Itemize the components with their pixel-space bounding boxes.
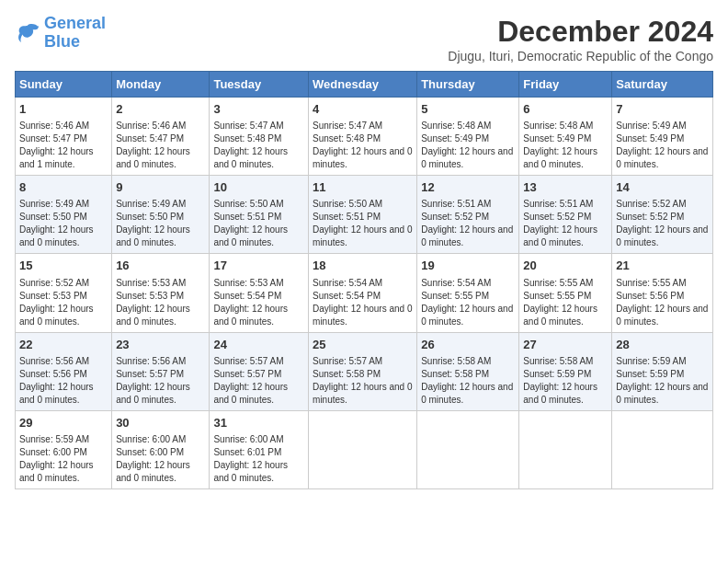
- calendar-cell: 27Sunrise: 5:58 AMSunset: 5:59 PMDayligh…: [519, 332, 612, 410]
- sunrise-text: Sunrise: 5:49 AM: [616, 121, 686, 131]
- sunset-text: Sunset: 5:54 PM: [213, 291, 281, 301]
- sunrise-text: Sunrise: 6:00 AM: [116, 434, 186, 444]
- daylight-label: Daylight:: [19, 146, 58, 156]
- day-number: 14: [616, 179, 709, 196]
- sunset-text: Sunset: 5:58 PM: [313, 369, 381, 379]
- title-section: December 2024 Djugu, Ituri, Democratic R…: [448, 15, 713, 63]
- daylight-label: Daylight:: [213, 146, 252, 156]
- calendar-cell: 15Sunrise: 5:52 AMSunset: 5:53 PMDayligh…: [16, 254, 112, 332]
- calendar-cell: 26Sunrise: 5:58 AMSunset: 5:58 PMDayligh…: [417, 332, 519, 410]
- sunrise-text: Sunrise: 5:51 AM: [421, 199, 491, 209]
- calendar-cell: 10Sunrise: 5:50 AMSunset: 5:51 PMDayligh…: [210, 176, 309, 254]
- logo-line1: General: [44, 14, 106, 32]
- sunset-text: Sunset: 5:47 PM: [116, 133, 184, 144]
- calendar-cell: 1Sunrise: 5:46 AMSunset: 5:47 PMDaylight…: [16, 98, 112, 176]
- day-number: 10: [213, 179, 304, 196]
- sunset-text: Sunset: 5:53 PM: [19, 291, 87, 301]
- sunset-text: Sunset: 5:55 PM: [421, 291, 489, 301]
- header-monday: Monday: [112, 72, 210, 98]
- calendar-cell: 25Sunrise: 5:57 AMSunset: 5:58 PMDayligh…: [309, 332, 417, 410]
- sunrise-text: Sunrise: 5:57 AM: [313, 356, 382, 366]
- sunrise-text: Sunrise: 5:46 AM: [19, 121, 89, 131]
- sunrise-text: Sunrise: 5:51 AM: [523, 199, 593, 209]
- day-number: 21: [616, 258, 709, 274]
- calendar-cell: 11Sunrise: 5:50 AMSunset: 5:51 PMDayligh…: [309, 176, 417, 254]
- daylight-label: Daylight:: [19, 382, 58, 392]
- header-wednesday: Wednesday: [309, 72, 417, 98]
- sunrise-text: Sunrise: 5:54 AM: [313, 278, 382, 288]
- day-number: 6: [523, 101, 608, 118]
- sunset-text: Sunset: 5:49 PM: [616, 133, 684, 144]
- sunset-text: Sunset: 5:56 PM: [616, 291, 684, 301]
- sunrise-text: Sunrise: 5:56 AM: [19, 356, 89, 366]
- day-number: 17: [213, 258, 304, 274]
- sunset-text: Sunset: 5:51 PM: [213, 212, 281, 222]
- calendar-cell: 30Sunrise: 6:00 AMSunset: 6:00 PMDayligh…: [112, 410, 210, 488]
- sunrise-text: Sunrise: 5:47 AM: [313, 121, 382, 131]
- daylight-label: Daylight:: [116, 460, 154, 470]
- sunset-text: Sunset: 5:52 PM: [616, 212, 684, 222]
- calendar-cell: 13Sunrise: 5:51 AMSunset: 5:52 PMDayligh…: [519, 176, 612, 254]
- sunset-text: Sunset: 5:48 PM: [213, 133, 281, 144]
- daylight-label: Daylight:: [116, 382, 154, 392]
- calendar-cell: [417, 410, 519, 488]
- calendar-cell: 19Sunrise: 5:54 AMSunset: 5:55 PMDayligh…: [417, 254, 519, 332]
- sunrise-text: Sunrise: 5:54 AM: [421, 278, 491, 288]
- sunset-text: Sunset: 5:49 PM: [421, 133, 489, 144]
- sunrise-text: Sunrise: 5:57 AM: [213, 356, 283, 366]
- sunrise-text: Sunrise: 5:48 AM: [421, 121, 491, 131]
- calendar-cell: 8Sunrise: 5:49 AMSunset: 5:50 PMDaylight…: [16, 176, 112, 254]
- day-number: 3: [213, 101, 304, 118]
- logo-text: General Blue: [44, 15, 106, 52]
- day-number: 7: [616, 101, 709, 118]
- day-number: 26: [421, 337, 515, 353]
- day-number: 22: [19, 337, 108, 353]
- calendar-cell: 28Sunrise: 5:59 AMSunset: 5:59 PMDayligh…: [612, 332, 713, 410]
- day-number: 18: [313, 258, 413, 274]
- header-row: SundayMondayTuesdayWednesdayThursdayFrid…: [16, 72, 713, 98]
- sunset-text: Sunset: 5:58 PM: [421, 369, 489, 379]
- daylight-label: Daylight:: [313, 224, 351, 235]
- sunset-text: Sunset: 5:51 PM: [313, 212, 381, 222]
- daylight-label: Daylight:: [523, 224, 562, 235]
- sunrise-text: Sunrise: 5:50 AM: [313, 199, 382, 209]
- sunrise-text: Sunrise: 5:58 AM: [421, 356, 491, 366]
- header-saturday: Saturday: [612, 72, 713, 98]
- daylight-label: Daylight:: [313, 146, 351, 156]
- calendar-cell: 14Sunrise: 5:52 AMSunset: 5:52 PMDayligh…: [612, 176, 713, 254]
- calendar-cell: [519, 410, 612, 488]
- day-number: 24: [213, 337, 304, 353]
- calendar-cell: 4Sunrise: 5:47 AMSunset: 5:48 PMDaylight…: [309, 98, 417, 176]
- sunset-text: Sunset: 5:50 PM: [19, 212, 87, 222]
- daylight-label: Daylight:: [19, 460, 58, 470]
- day-number: 25: [313, 337, 413, 353]
- day-number: 8: [19, 179, 108, 196]
- sunset-text: Sunset: 5:53 PM: [116, 291, 184, 301]
- week-row-1: 1Sunrise: 5:46 AMSunset: 5:47 PMDaylight…: [16, 98, 713, 176]
- sunrise-text: Sunrise: 5:49 AM: [19, 199, 89, 209]
- daylight-label: Daylight:: [19, 224, 58, 235]
- week-row-3: 15Sunrise: 5:52 AMSunset: 5:53 PMDayligh…: [16, 254, 713, 332]
- day-number: 29: [19, 415, 108, 431]
- day-number: 12: [421, 179, 515, 196]
- calendar-cell: 29Sunrise: 5:59 AMSunset: 6:00 PMDayligh…: [16, 410, 112, 488]
- sunrise-text: Sunrise: 5:52 AM: [616, 199, 686, 209]
- day-number: 23: [116, 337, 205, 353]
- day-number: 5: [421, 101, 515, 118]
- daylight-label: Daylight:: [421, 146, 460, 156]
- header-thursday: Thursday: [417, 72, 519, 98]
- sunset-text: Sunset: 5:50 PM: [116, 212, 184, 222]
- sunrise-text: Sunrise: 5:55 AM: [616, 278, 686, 288]
- sunrise-text: Sunrise: 5:56 AM: [116, 356, 186, 366]
- logo-line2: Blue: [44, 32, 80, 51]
- calendar-cell: 2Sunrise: 5:46 AMSunset: 5:47 PMDaylight…: [112, 98, 210, 176]
- calendar-cell: 23Sunrise: 5:56 AMSunset: 5:57 PMDayligh…: [112, 332, 210, 410]
- header-sunday: Sunday: [16, 72, 112, 98]
- daylight-label: Daylight:: [116, 224, 154, 235]
- sunset-text: Sunset: 5:49 PM: [523, 133, 591, 144]
- daylight-label: Daylight:: [523, 304, 562, 314]
- logo: General Blue: [15, 15, 106, 52]
- sunrise-text: Sunrise: 5:50 AM: [213, 199, 283, 209]
- calendar-cell: 5Sunrise: 5:48 AMSunset: 5:49 PMDaylight…: [417, 98, 519, 176]
- calendar-cell: 7Sunrise: 5:49 AMSunset: 5:49 PMDaylight…: [612, 98, 713, 176]
